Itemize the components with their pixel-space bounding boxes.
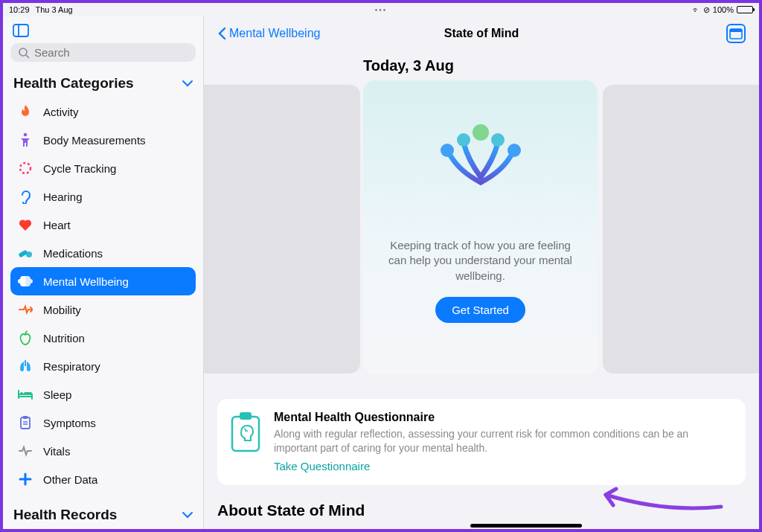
search-field[interactable] (10, 43, 196, 62)
health-categories-header[interactable]: Health Categories (10, 72, 196, 97)
sidebar-item-label: Mobility (43, 304, 81, 316)
svg-line-3 (26, 55, 29, 58)
sidebar-item-mental-wellbeing[interactable]: Mental Wellbeing (10, 267, 196, 295)
ear-icon (16, 188, 34, 205)
sidebar-item-label: Medications (43, 247, 103, 260)
questionnaire-card: Mental Health Questionnaire Along with r… (217, 399, 746, 485)
svg-point-17 (473, 124, 489, 141)
sidebar-item-activity[interactable]: Activity (10, 97, 196, 126)
status-bar: 10:29 Thu 3 Aug ••• ᯤ ⊘ 100% (3, 3, 759, 16)
pills-icon (16, 244, 34, 262)
chevron-down-icon (182, 509, 193, 521)
svg-point-9 (20, 392, 23, 395)
svg-rect-11 (21, 417, 30, 429)
section-title: Health Categories (13, 75, 134, 92)
sidebar-item-label: Cycle Tracking (43, 162, 116, 175)
battery-pct: 100% (713, 5, 734, 14)
questionnaire-title: Mental Health Questionnaire (274, 411, 731, 424)
brain-icon (16, 272, 34, 290)
sidebar-item-label: Body Measurements (43, 134, 146, 147)
section-title: Health Records (13, 507, 117, 523)
plus-icon (16, 470, 34, 488)
cycle-icon (16, 159, 34, 177)
state-of-mind-carousel[interactable]: Keeping track of how you are feeling can… (204, 80, 759, 378)
wellbeing-illustration-icon (425, 112, 537, 223)
vitals-icon (16, 442, 34, 460)
svg-rect-23 (240, 412, 252, 420)
bed-icon (16, 385, 34, 403)
content-area: Mental Wellbeing State of Mind Today, 3 … (204, 16, 759, 529)
sidebar-item-label: Nutrition (43, 332, 85, 344)
sidebar-item-label: Hearing (43, 190, 83, 203)
sidebar-toggle-button[interactable] (12, 24, 30, 37)
multitask-dots[interactable]: ••• (257, 6, 505, 14)
sidebar-item-label: Other Data (43, 473, 97, 486)
state-of-mind-card: Keeping track of how you are feeling can… (363, 80, 598, 374)
sidebar-item-heart[interactable]: Heart (10, 211, 196, 239)
apple-icon (16, 329, 34, 347)
sidebar-item-label: Sleep (43, 388, 71, 401)
about-header: About State of Mind (217, 501, 759, 519)
svg-point-7 (26, 251, 32, 257)
sidebar-item-label: Symptoms (43, 417, 96, 429)
prev-card[interactable] (204, 85, 360, 374)
mobility-icon (16, 301, 34, 318)
sidebar-item-label: Activity (43, 106, 79, 118)
svg-point-4 (24, 133, 28, 137)
sidebar-item-label: Respiratory (43, 360, 100, 373)
body-icon (16, 131, 34, 149)
svg-point-18 (457, 133, 470, 147)
orientation-lock-icon: ⊘ (703, 5, 710, 15)
clipboard-brain-icon (228, 411, 263, 454)
sidebar-item-body-measurements[interactable]: Body Measurements (10, 126, 196, 154)
sidebar-icon (13, 24, 29, 37)
nav-bar: Mental Wellbeing State of Mind (204, 16, 759, 50)
sidebar-item-label: Heart (43, 219, 71, 231)
sidebar-item-medications[interactable]: Medications (10, 239, 196, 267)
svg-point-5 (20, 163, 31, 173)
clipboard-icon (16, 414, 34, 432)
svg-point-20 (441, 144, 454, 157)
heart-icon (16, 216, 34, 234)
next-card[interactable] (603, 85, 759, 374)
sidebar-item-cycle-tracking[interactable]: Cycle Tracking (10, 154, 196, 182)
status-date: Thu 3 Aug (36, 5, 73, 14)
svg-rect-0 (13, 25, 28, 36)
sidebar-item-mobility[interactable]: Mobility (10, 295, 196, 324)
sidebar-item-other-data[interactable]: Other Data (10, 465, 196, 493)
battery-icon (737, 6, 753, 13)
home-indicator[interactable] (470, 524, 582, 528)
card-description: Keeping track of how you are feeling can… (382, 238, 578, 283)
sidebar-item-symptoms[interactable]: Symptoms (10, 408, 196, 437)
take-questionnaire-link[interactable]: Take Questionnaire (274, 460, 370, 472)
svg-rect-8 (25, 360, 26, 366)
lungs-icon (16, 357, 34, 375)
search-icon (18, 47, 30, 59)
chevron-down-icon (182, 77, 193, 89)
svg-rect-10 (24, 392, 32, 395)
sidebar: Health Categories ActivityBody Measureme… (3, 16, 204, 529)
health-records-header[interactable]: Health Records (10, 504, 196, 529)
svg-rect-22 (232, 417, 259, 451)
sidebar-item-sleep[interactable]: Sleep (10, 380, 196, 408)
svg-rect-12 (23, 416, 28, 419)
date-header: Today, 3 Aug (363, 57, 759, 74)
get-started-button[interactable]: Get Started (435, 297, 525, 323)
nav-title: State of Mind (204, 27, 759, 40)
search-input[interactable] (34, 46, 188, 59)
svg-point-21 (508, 144, 521, 157)
sidebar-item-label: Mental Wellbeing (43, 275, 129, 288)
sidebar-item-label: Vitals (43, 445, 70, 458)
svg-point-2 (19, 48, 27, 56)
flame-icon (16, 103, 34, 121)
svg-point-19 (491, 133, 505, 147)
sidebar-item-vitals[interactable]: Vitals (10, 437, 196, 465)
sidebar-item-nutrition[interactable]: Nutrition (10, 324, 196, 352)
wifi-icon: ᯤ (692, 5, 700, 14)
questionnaire-desc: Along with regular reflection, assessing… (274, 427, 731, 455)
sidebar-item-respiratory[interactable]: Respiratory (10, 352, 196, 380)
status-time: 10:29 (9, 5, 30, 14)
sidebar-item-hearing[interactable]: Hearing (10, 182, 196, 211)
